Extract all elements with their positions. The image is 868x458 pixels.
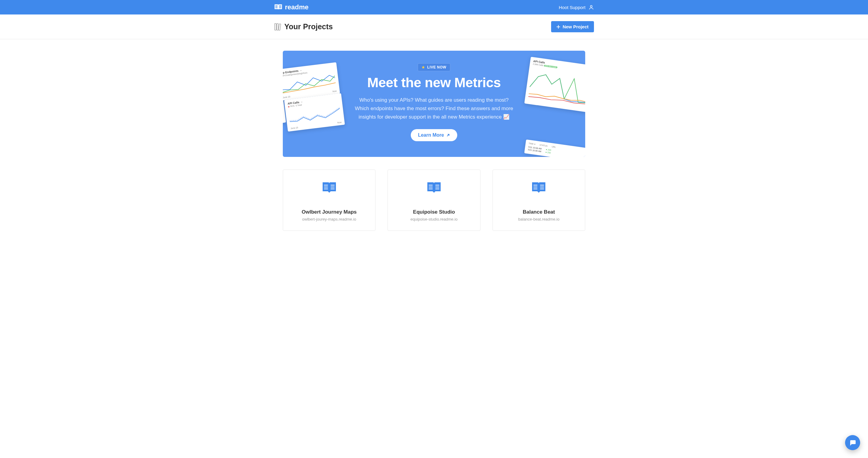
new-project-label: New Project bbox=[563, 24, 589, 29]
learn-more-button[interactable]: Learn More bbox=[411, 129, 457, 141]
svg-point-6 bbox=[590, 5, 592, 7]
svg-rect-9 bbox=[279, 24, 281, 30]
hero-decor-card: API Calls → ◉ 91% 5 Total June 23Now bbox=[284, 93, 345, 132]
project-subdomain: balance-beat.readme.io bbox=[496, 217, 582, 222]
project-name: Owlbert Journey Maps bbox=[286, 209, 372, 215]
svg-rect-8 bbox=[277, 24, 278, 30]
readme-book-icon bbox=[274, 3, 282, 11]
topbar: readme Hoot Support bbox=[0, 0, 868, 14]
star-icon: ★ bbox=[422, 65, 425, 69]
live-now-label: LIVE NOW bbox=[427, 65, 446, 69]
hero-decor-card: API Calls 2,984 Calls 22% this week bbox=[524, 57, 585, 112]
readme-book-icon bbox=[531, 181, 547, 195]
project-name: Equipoise Studio bbox=[391, 209, 477, 215]
projects-grid: Owlbert Journey Maps owlbert-jourey-maps… bbox=[283, 170, 585, 231]
page-header: Your Projects New Project bbox=[0, 14, 868, 39]
project-name: Balance Beat bbox=[496, 209, 582, 215]
metrics-hero-banner: Top Endpoints → /api/v1/categories/{slug… bbox=[283, 51, 585, 157]
brand-text: readme bbox=[285, 3, 308, 11]
page-title-text: Your Projects bbox=[284, 22, 333, 31]
projects-icon bbox=[274, 23, 281, 31]
readme-book-icon bbox=[321, 181, 337, 195]
hero-decor-card: TIME ▾STATUSURL 7/21 10:06 AM● 200 7/21 … bbox=[524, 139, 585, 157]
external-link-icon bbox=[446, 133, 450, 137]
user-menu[interactable]: Hoot Support bbox=[559, 4, 594, 10]
project-subdomain: owlbert-jourey-maps.readme.io bbox=[286, 217, 372, 222]
user-icon bbox=[589, 4, 594, 10]
svg-rect-7 bbox=[275, 24, 276, 30]
project-subdomain: equipoise-studio.readme.io bbox=[391, 217, 477, 222]
plus-icon bbox=[557, 25, 560, 29]
project-card[interactable]: Equipoise Studio equipoise-studio.readme… bbox=[388, 170, 480, 231]
learn-more-label: Learn More bbox=[418, 132, 444, 138]
hero-body: Who's using your APIs? What guides are u… bbox=[352, 96, 516, 121]
readme-book-icon bbox=[426, 181, 442, 195]
brand-logo[interactable]: readme bbox=[274, 3, 308, 11]
project-card[interactable]: Owlbert Journey Maps owlbert-jourey-maps… bbox=[283, 170, 375, 231]
project-card[interactable]: Balance Beat balance-beat.readme.io bbox=[493, 170, 585, 231]
live-now-pill: ★ LIVE NOW bbox=[418, 63, 450, 71]
user-label: Hoot Support bbox=[559, 5, 586, 10]
new-project-button[interactable]: New Project bbox=[551, 21, 594, 32]
page-title: Your Projects bbox=[274, 22, 333, 31]
